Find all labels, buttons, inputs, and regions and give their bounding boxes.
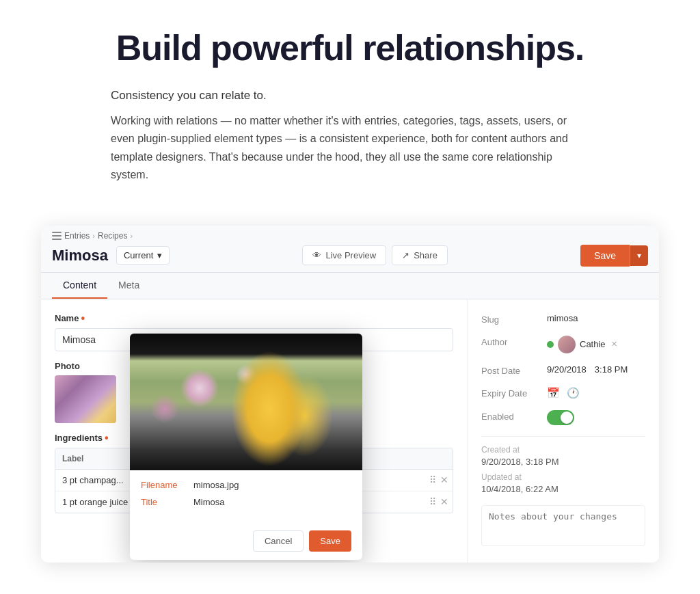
- toggle-knob: [561, 411, 573, 424]
- slug-value: mimosa: [547, 313, 645, 323]
- required-indicator: •: [81, 313, 85, 324]
- title-value: Mimosa: [193, 497, 351, 507]
- left-panel: Name • Photo Filename mimosa.j: [41, 299, 468, 563]
- actions-header: [425, 448, 453, 469]
- status-label: Current: [124, 250, 153, 260]
- slug-label: Slug: [481, 313, 536, 325]
- enabled-row: Enabled: [481, 410, 645, 425]
- calendar-icon[interactable]: 📅: [547, 387, 560, 399]
- popup-cancel-button[interactable]: Cancel: [253, 530, 304, 552]
- entry-title: Mimosa: [52, 247, 108, 265]
- hero-text: Working with relations — no matter wheth…: [111, 112, 589, 185]
- app-window: Entries › Recipes › Mimosa Current ▾ 👁 L…: [41, 226, 659, 563]
- remove-icon[interactable]: ✕: [440, 474, 448, 485]
- hero-title: Build powerful relationships.: [55, 27, 645, 68]
- image-popup: Filename mimosa.jpg Title Mimosa Cancel …: [130, 334, 362, 560]
- hero-subtitle: Consistency you can relate to.: [111, 89, 589, 103]
- save-button[interactable]: Save: [580, 245, 630, 267]
- photo-thumbnail[interactable]: [55, 375, 116, 423]
- right-panel: Slug mimosa Author Cathie ✕ Post Date 9/…: [468, 299, 659, 563]
- chevron-down-icon: ▾: [157, 250, 162, 260]
- hero-section: Build powerful relationships. Consistenc…: [0, 0, 700, 205]
- drag-icon-2[interactable]: ⠿: [429, 496, 436, 507]
- notes-textarea[interactable]: [481, 505, 645, 546]
- author-avatar: [558, 336, 576, 353]
- breadcrumb-recipes[interactable]: Recipes: [98, 231, 127, 241]
- created-at-label: Created at: [481, 445, 645, 455]
- updated-at-value: 10/4/2018, 6:22 AM: [481, 484, 645, 494]
- remove-author-icon[interactable]: ✕: [611, 340, 617, 349]
- popup-title-row: Title Mimosa: [141, 497, 351, 507]
- drag-icon[interactable]: ⠿: [429, 474, 436, 485]
- breadcrumb-sep-1: ›: [92, 232, 95, 240]
- preview-button[interactable]: 👁 Live Preview: [302, 245, 386, 265]
- expiry-date-label: Expiry Date: [481, 387, 536, 399]
- enabled-label: Enabled: [481, 410, 536, 422]
- breadcrumb-sep-2: ›: [130, 232, 133, 240]
- ingredient-actions-1: ⠿ ✕: [425, 474, 453, 485]
- title-label: Title: [141, 497, 185, 507]
- popup-fields: Filename mimosa.jpg Title Mimosa: [130, 470, 362, 524]
- author-field: Cathie ✕: [547, 336, 617, 353]
- share-button[interactable]: ↗ Share: [392, 245, 448, 265]
- clock-icon[interactable]: 🕐: [567, 387, 580, 399]
- popup-image-inner: [130, 334, 362, 470]
- breadcrumb: Entries › Recipes ›: [52, 231, 648, 241]
- hamburger-icon[interactable]: [52, 232, 62, 240]
- author-name: Cathie: [580, 339, 606, 349]
- toolbar-row: Mimosa Current ▾ 👁 Live Preview ↗ Share …: [52, 245, 648, 272]
- post-date-field: 9/20/2018 3:18 PM: [547, 364, 628, 375]
- filename-value: mimosa.jpg: [193, 480, 351, 490]
- created-at-row: Created at 9/20/2018, 3:18 PM: [481, 445, 645, 467]
- updated-at-row: Updated at 10/4/2018, 6:22 AM: [481, 472, 645, 494]
- enabled-toggle[interactable]: [547, 410, 574, 425]
- filename-label: Filename: [141, 480, 185, 490]
- created-at-value: 9/20/2018, 3:18 PM: [481, 457, 645, 467]
- hero-body: Consistency you can relate to. Working w…: [111, 89, 589, 185]
- author-row: Author Cathie ✕: [481, 336, 645, 353]
- post-date-row: Post Date 9/20/2018 3:18 PM: [481, 364, 645, 376]
- name-label: Name •: [55, 313, 453, 324]
- ingredient-actions-2: ⠿ ✕: [425, 496, 453, 507]
- main-content: Name • Photo Filename mimosa.j: [41, 299, 659, 563]
- ingredients-required: •: [105, 433, 109, 444]
- share-icon: ↗: [402, 250, 409, 260]
- eye-icon: 👁: [312, 250, 321, 260]
- popup-save-button[interactable]: Save: [309, 530, 351, 552]
- popup-filename-row: Filename mimosa.jpg: [141, 480, 351, 490]
- author-label: Author: [481, 336, 536, 347]
- toolbar: Entries › Recipes › Mimosa Current ▾ 👁 L…: [41, 226, 659, 273]
- preview-label: Live Preview: [325, 250, 376, 260]
- expiry-date-row: Expiry Date 📅 🕐: [481, 387, 645, 399]
- tab-bar: Content Meta: [41, 273, 659, 299]
- toolbar-right: Save ▾: [580, 245, 648, 267]
- author-status-dot: [547, 341, 554, 348]
- remove-icon-2[interactable]: ✕: [440, 496, 448, 507]
- popup-actions: Cancel Save: [130, 524, 362, 560]
- popup-image: [130, 334, 362, 470]
- toolbar-center: 👁 Live Preview ↗ Share: [302, 245, 447, 265]
- tab-content[interactable]: Content: [52, 273, 107, 299]
- share-label: Share: [414, 250, 438, 260]
- save-caret-button[interactable]: ▾: [630, 245, 648, 266]
- updated-at-label: Updated at: [481, 472, 645, 482]
- breadcrumb-entries[interactable]: Entries: [64, 231, 90, 241]
- post-date-value: 9/20/2018: [547, 364, 587, 375]
- post-date-label: Post Date: [481, 364, 536, 376]
- status-dropdown[interactable]: Current ▾: [116, 246, 170, 265]
- post-time-value: 3:18 PM: [595, 364, 628, 375]
- slug-row: Slug mimosa: [481, 313, 645, 325]
- expiry-date-icons: 📅 🕐: [547, 387, 580, 399]
- divider: [481, 436, 645, 437]
- toolbar-left: Mimosa Current ▾: [52, 246, 170, 265]
- tab-meta[interactable]: Meta: [107, 273, 150, 299]
